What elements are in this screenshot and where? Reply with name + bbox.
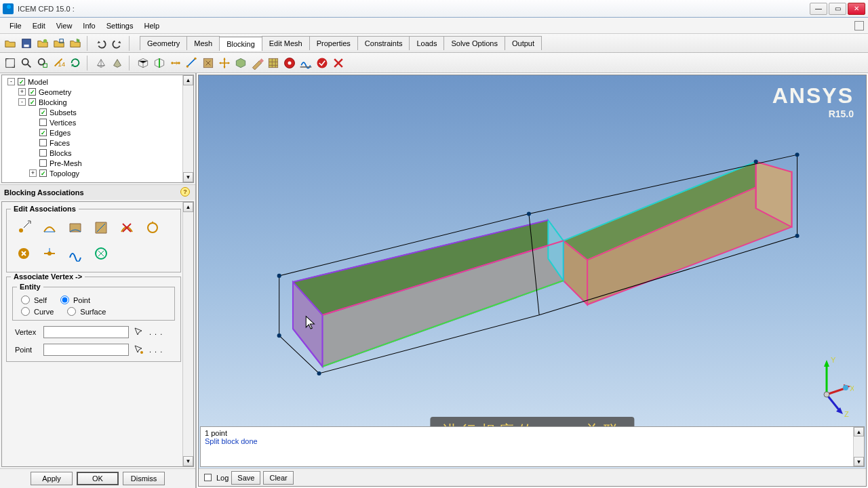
undo-icon[interactable] [94,36,108,51]
geometry-open-icon[interactable] [35,36,50,51]
tree-expander-icon[interactable]: + [29,169,37,177]
edit-edge-icon[interactable] [184,56,199,70]
snap-project-icon[interactable] [38,242,61,265]
point-more-icon[interactable]: . . . [149,346,163,354]
block-check-icon[interactable] [315,56,330,70]
disassociate-icon[interactable] [115,216,138,239]
menu-settings[interactable]: Settings [101,20,139,32]
log-checkbox[interactable] [204,474,212,481]
menu-view[interactable]: View [51,20,78,32]
associate-icon[interactable] [201,56,216,70]
tree-checkbox[interactable] [28,98,36,106]
assoc-face-icon[interactable] [64,216,87,239]
axis-triad[interactable]: Y X Z [806,350,854,411]
tree-checkbox[interactable] [28,88,36,96]
wireframe-icon[interactable] [94,56,108,70]
radio-surface[interactable] [67,307,76,316]
console-scrollbar[interactable]: ▲ ▼ [853,427,864,466]
tree-item[interactable]: -Blocking [2,97,193,107]
transform-block-icon[interactable] [233,56,248,70]
scroll-up-icon[interactable]: ▲ [854,427,864,436]
zoom-area-icon[interactable] [35,56,50,70]
tree-item[interactable]: Faces [2,138,193,148]
tab-edit-mesh[interactable]: Edit Mesh [262,36,310,50]
menu-file[interactable]: File [4,20,27,32]
scroll-down-icon[interactable]: ▼ [854,457,864,466]
tab-geometry[interactable]: Geometry [140,36,187,50]
scroll-up-icon[interactable]: ▲ [183,202,193,212]
tree-checkbox[interactable] [18,78,25,85]
zoom-icon[interactable] [19,56,34,70]
vertex-more-icon[interactable]: . . . [149,328,163,336]
save-icon[interactable] [19,36,34,51]
tree-checkbox[interactable] [39,169,47,177]
premesh-params-icon[interactable] [266,56,281,70]
tree-checkbox[interactable] [39,159,47,167]
tree-checkbox[interactable] [39,108,47,116]
tree-item[interactable]: Subsets [2,107,193,117]
create-block-icon[interactable] [136,56,151,70]
assoc-vertex-icon[interactable] [12,216,35,239]
tree-checkbox[interactable] [39,149,47,157]
maximize-button[interactable]: ▭ [829,3,846,15]
tab-mesh[interactable]: Mesh [186,36,220,50]
dismiss-button[interactable]: Dismiss [123,472,165,485]
vertex-input[interactable] [43,326,129,338]
premesh-quality-icon[interactable] [282,56,297,70]
tree-item[interactable]: Edges [2,127,193,138]
tree-item[interactable]: Blocks [2,148,193,158]
delete-block-icon[interactable] [331,56,346,70]
reset-assoc-icon[interactable] [12,242,35,265]
restore-layout-icon[interactable] [854,21,864,30]
save-log-button[interactable]: Save [231,471,260,485]
solid-icon[interactable] [110,56,125,70]
panel-scrollbar[interactable]: ▲ ▼ [182,202,193,466]
assoc-face-surf-icon[interactable] [90,216,113,239]
tree-item[interactable]: Pre-Mesh [2,158,193,168]
ok-button[interactable]: OK [77,472,119,485]
close-button[interactable]: ✕ [848,3,865,15]
help-icon[interactable]: ? [180,187,190,197]
merge-vertex-icon[interactable] [168,56,183,70]
mesh-open-icon[interactable] [52,36,66,51]
tree-item[interactable]: +Topology [2,168,193,178]
tree-scrollbar[interactable]: ▲ ▼ [182,75,193,182]
block-open-icon[interactable] [68,36,83,51]
group-curve-icon[interactable] [64,242,87,265]
apply-button[interactable]: Apply [31,472,73,485]
viewport-3d[interactable]: ANSYS R15.0 [198,75,867,487]
menu-info[interactable]: Info [77,20,100,32]
tree-expander-icon[interactable]: + [18,88,26,96]
tab-properties[interactable]: Properties [309,36,358,50]
fit-view-icon[interactable] [3,56,18,70]
auto-assoc-icon[interactable] [90,242,113,265]
menu-edit[interactable]: Edit [27,20,51,32]
refresh-icon[interactable] [68,56,83,70]
tree-checkbox[interactable] [39,129,47,136]
redo-icon[interactable] [110,36,125,51]
tab-constraints[interactable]: Constraints [357,36,410,50]
update-assoc-icon[interactable] [141,216,164,239]
tree-item[interactable]: Vertices [2,117,193,127]
measure-icon[interactable]: 145 [52,56,66,70]
assoc-edge-icon[interactable] [38,216,61,239]
premesh-smooth-icon[interactable] [298,56,313,70]
pick-vertex-icon[interactable] [133,326,145,338]
move-vertex-icon[interactable] [217,56,232,70]
edit-block-icon[interactable] [250,56,264,70]
tab-loads[interactable]: Loads [409,36,444,50]
scroll-down-icon[interactable]: ▼ [183,456,193,466]
tree-item[interactable]: -Model [2,77,193,87]
tree-expander-icon[interactable]: - [18,98,26,106]
tab-output[interactable]: Output [505,36,542,50]
tab-solve-options[interactable]: Solve Options [443,36,505,50]
clear-log-button[interactable]: Clear [263,471,293,485]
tab-blocking[interactable]: Blocking [219,37,262,51]
pick-point-icon[interactable] [133,344,145,356]
radio-self[interactable] [21,296,30,304]
scroll-down-icon[interactable]: ▼ [183,172,193,182]
point-input[interactable] [43,344,129,356]
tree-item[interactable]: +Geometry [2,87,193,97]
radio-curve[interactable] [21,307,30,316]
scroll-up-icon[interactable]: ▲ [183,75,193,85]
